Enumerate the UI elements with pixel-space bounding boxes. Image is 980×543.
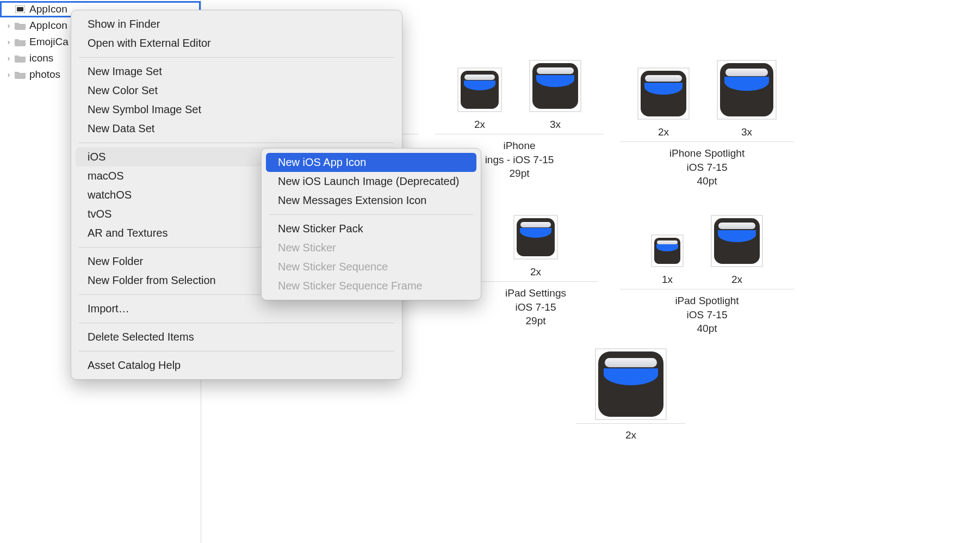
icon-slot[interactable]: 3x bbox=[529, 60, 581, 131]
icon-slot-row: 2x3x bbox=[620, 60, 794, 142]
menu-item-label: Show in Finder bbox=[88, 18, 160, 30]
menu-item-label: New Messages Extension Icon bbox=[278, 194, 426, 207]
tree-label: AppIcon bbox=[29, 3, 67, 15]
icon-group-ipad-settings: 2xiPad SettingsiOS 7-1529pt bbox=[473, 215, 598, 328]
icon-slot-row: 2x3x bbox=[435, 60, 604, 134]
icon-slot[interactable]: 2x bbox=[637, 67, 690, 138]
menu-separator bbox=[79, 351, 394, 351]
asset-canvas: 2x3xiPhone Notification2x3xiPhoneings - … bbox=[201, 0, 980, 543]
menu-item-open-with-external-editor[interactable]: Open with External Editor bbox=[76, 34, 398, 53]
menu-item-show-in-finder[interactable]: Show in Finder bbox=[76, 15, 398, 34]
wallet-icon bbox=[461, 71, 499, 109]
tree-label: photos bbox=[29, 69, 60, 81]
menu-item-delete-selected-items[interactable]: Delete Selected Items bbox=[76, 328, 398, 347]
appicon-imageset-icon bbox=[14, 4, 26, 14]
icon-group-ipad-app: 2x bbox=[576, 348, 685, 442]
folder-icon bbox=[14, 37, 26, 47]
icon-image-well[interactable] bbox=[717, 60, 777, 120]
icon-group-title: iPhone SpotlightiOS 7-1540pt bbox=[620, 146, 794, 188]
menu-item-label: Asset Catalog Help bbox=[88, 359, 181, 372]
menu-item-label: Open with External Editor bbox=[88, 37, 211, 50]
slot-scale-label: 1x bbox=[662, 274, 673, 286]
menu-item-label: New Folder from Selection bbox=[88, 274, 216, 287]
wallet-icon bbox=[641, 71, 686, 116]
submenu-item-new-ios-launch-image-deprecated[interactable]: New iOS Launch Image (Deprecated) bbox=[266, 172, 476, 191]
slot-scale-label: 3x bbox=[741, 126, 752, 138]
menu-item-label: New Sticker Sequence Frame bbox=[278, 280, 423, 292]
menu-item-label: New Sticker Pack bbox=[278, 223, 363, 235]
folder-icon bbox=[14, 21, 26, 30]
icon-slot[interactable]: 3x bbox=[717, 60, 777, 138]
wallet-icon bbox=[598, 351, 663, 417]
slot-scale-label: 2x bbox=[474, 119, 485, 131]
icon-group-title: iPad SettingsiOS 7-1529pt bbox=[473, 286, 598, 328]
menu-item-new-symbol-image-set[interactable]: New Symbol Image Set bbox=[76, 100, 398, 119]
submenu-item-new-messages-extension-icon[interactable]: New Messages Extension Icon bbox=[266, 191, 476, 210]
icon-image-well[interactable] bbox=[595, 348, 667, 420]
menu-item-label: New Color Set bbox=[88, 84, 158, 97]
icon-group-title: 2x bbox=[576, 428, 685, 442]
icon-image-well[interactable] bbox=[457, 67, 502, 112]
menu-item-new-data-set[interactable]: New Data Set bbox=[76, 119, 398, 138]
icon-image-well[interactable] bbox=[711, 215, 763, 267]
tree-label: EmojiCa bbox=[29, 36, 69, 48]
icon-slot-row: 1x2x bbox=[620, 215, 794, 289]
slot-scale-label: 2x bbox=[731, 274, 742, 286]
icon-slot[interactable]: 2x bbox=[711, 215, 763, 286]
wallet-icon bbox=[714, 218, 760, 264]
submenu-item-new-sticker-sequence-frame: New Sticker Sequence Frame bbox=[266, 276, 476, 295]
menu-item-label: New Symbol Image Set bbox=[88, 103, 201, 116]
menu-item-label: New iOS App Icon bbox=[278, 156, 366, 169]
icon-slot[interactable]: 2x bbox=[457, 67, 502, 131]
wallet-icon bbox=[654, 238, 680, 264]
menu-item-label: macOS bbox=[88, 170, 124, 182]
icon-image-well[interactable] bbox=[529, 60, 581, 112]
menu-item-label: New Data Set bbox=[88, 122, 154, 135]
menu-item-label: New iOS Launch Image (Deprecated) bbox=[278, 175, 460, 188]
icon-slot[interactable] bbox=[595, 348, 667, 420]
tree-label: icons bbox=[29, 52, 53, 64]
wallet-icon bbox=[517, 218, 555, 256]
tree-label: AppIcon bbox=[29, 20, 67, 32]
svg-rect-1 bbox=[17, 7, 23, 11]
menu-item-label: New Image Set bbox=[88, 65, 162, 78]
icon-slot-row bbox=[576, 348, 685, 424]
menu-item-new-color-set[interactable]: New Color Set bbox=[76, 81, 398, 100]
disclosure-icon[interactable]: › bbox=[4, 70, 13, 79]
menu-item-asset-catalog-help[interactable]: Asset Catalog Help bbox=[76, 356, 398, 375]
menu-item-label: New Sticker Sequence bbox=[278, 261, 388, 273]
menu-item-label: New Folder bbox=[88, 255, 143, 268]
wallet-icon bbox=[720, 63, 773, 116]
menu-item-label: tvOS bbox=[88, 208, 111, 220]
icon-slot[interactable]: 2x bbox=[513, 215, 558, 278]
disclosure-icon[interactable]: › bbox=[4, 38, 13, 46]
submenu-item-new-sticker-pack[interactable]: New Sticker Pack bbox=[266, 219, 476, 238]
wallet-icon bbox=[532, 63, 578, 109]
icon-slot-row: 2x bbox=[473, 215, 598, 282]
menu-item-import[interactable]: Import… bbox=[76, 299, 398, 318]
menu-separator bbox=[79, 57, 394, 58]
icon-image-well[interactable] bbox=[637, 67, 690, 120]
submenu-item-new-sticker-sequence: New Sticker Sequence bbox=[266, 257, 476, 276]
slot-scale-label: 2x bbox=[530, 266, 541, 278]
submenu-item-new-sticker: New Sticker bbox=[266, 238, 476, 257]
menu-item-new-image-set[interactable]: New Image Set bbox=[76, 62, 398, 81]
context-submenu-ios[interactable]: New iOS App IconNew iOS Launch Image (De… bbox=[261, 148, 481, 300]
icon-image-well[interactable] bbox=[513, 215, 558, 260]
submenu-item-new-ios-app-icon[interactable]: New iOS App Icon bbox=[266, 153, 476, 172]
icon-image-well[interactable] bbox=[651, 235, 684, 267]
icon-group-iphone-spotlight: 2x3xiPhone SpotlightiOS 7-1540pt bbox=[620, 60, 794, 188]
menu-separator bbox=[79, 143, 394, 143]
icon-slot[interactable]: 1x bbox=[651, 235, 684, 286]
icon-group-title: iPad SpotlightiOS 7-1540pt bbox=[620, 294, 794, 336]
slot-scale-label: 2x bbox=[658, 126, 669, 138]
folder-icon bbox=[14, 70, 26, 79]
menu-item-label: watchOS bbox=[88, 189, 132, 201]
menu-item-label: Import… bbox=[88, 303, 129, 315]
icon-group-ipad-spotlight: 1x2xiPad SpotlightiOS 7-1540pt bbox=[620, 215, 794, 336]
menu-item-label: New Sticker bbox=[278, 242, 336, 254]
menu-separator bbox=[79, 323, 394, 323]
menu-item-label: Delete Selected Items bbox=[88, 331, 194, 343]
disclosure-icon[interactable]: › bbox=[4, 21, 13, 30]
disclosure-icon[interactable]: › bbox=[4, 54, 13, 63]
